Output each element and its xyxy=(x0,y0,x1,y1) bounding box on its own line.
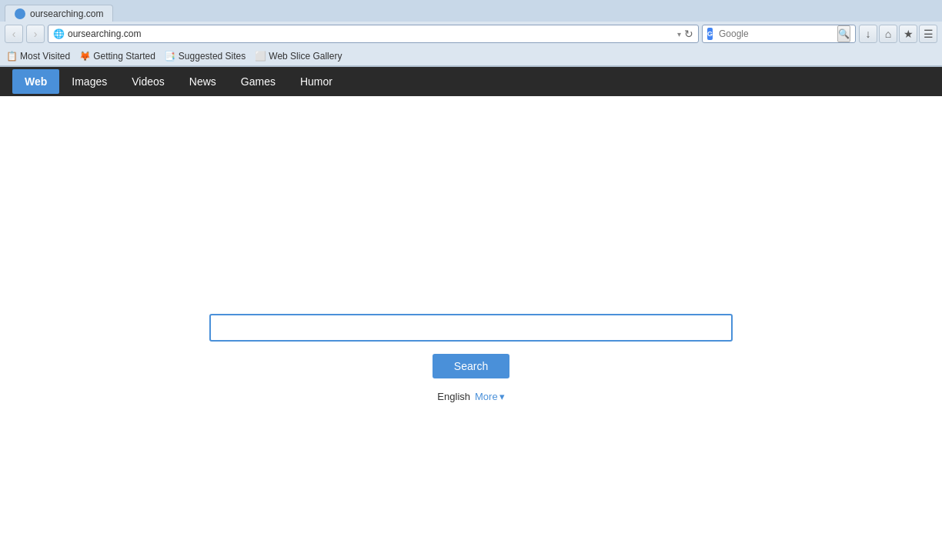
nav-bar: ‹ › 🌐 ▾ ↻ G 🔍 ↓ ⌂ ★ xyxy=(0,22,942,46)
suggested-sites-icon: 📑 xyxy=(165,51,175,62)
nav-videos-label: Videos xyxy=(132,75,165,88)
more-label: More xyxy=(475,391,498,402)
suggested-sites-label: Suggested Sites xyxy=(179,51,246,62)
search-button[interactable]: Search xyxy=(433,354,509,378)
bookmarks-bar: 📋 Most Visited 🦊 Getting Started 📑 Sugge… xyxy=(0,46,942,66)
more-arrow-icon: ▾ xyxy=(499,391,505,402)
tools-icon: ☰ xyxy=(924,28,934,40)
back-button[interactable]: ‹ xyxy=(5,25,23,43)
download-button[interactable]: ↓ xyxy=(859,25,877,43)
nav-item-news[interactable]: News xyxy=(177,69,229,94)
nav-games-label: Games xyxy=(241,75,276,88)
forward-button[interactable]: › xyxy=(26,25,45,43)
home-icon: ⌂ xyxy=(885,28,891,40)
bookmark-getting-started[interactable]: 🦊 Getting Started xyxy=(79,51,155,62)
nav-item-humor[interactable]: Humor xyxy=(288,69,345,94)
browser-search-input[interactable] xyxy=(719,28,834,39)
address-favicon: 🌐 xyxy=(53,28,65,39)
search-engine-icon: G xyxy=(707,28,713,40)
web-slice-label: Web Slice Gallery xyxy=(269,51,342,62)
nav-images-label: Images xyxy=(72,75,107,88)
nav-item-web[interactable]: Web xyxy=(12,69,59,94)
favorites-button[interactable]: ★ xyxy=(899,25,917,43)
bookmark-web-slice[interactable]: ⬜ Web Slice Gallery xyxy=(255,51,342,62)
tab-bar: oursearching.com xyxy=(0,0,942,22)
getting-started-label: Getting Started xyxy=(93,51,155,62)
back-icon: ‹ xyxy=(12,28,16,40)
site-nav: Web Images Videos News Games Humor xyxy=(0,67,942,96)
forward-icon: › xyxy=(34,28,38,40)
url-input[interactable] xyxy=(68,28,674,39)
nav-item-images[interactable]: Images xyxy=(59,69,119,94)
nav-item-videos[interactable]: Videos xyxy=(119,69,177,94)
tab-favicon xyxy=(15,8,25,19)
browser-chrome: oursearching.com ‹ › 🌐 ▾ ↻ G 🔍 ↓ ⌂ xyxy=(0,0,942,67)
bookmark-most-visited[interactable]: 📋 Most Visited xyxy=(6,51,70,62)
browser-search-bar[interactable]: G 🔍 xyxy=(702,25,856,43)
nav-web-label: Web xyxy=(25,75,47,88)
main-search-input[interactable] xyxy=(209,314,733,342)
more-link[interactable]: More▾ xyxy=(475,391,505,402)
dropdown-arrow-icon: ▾ xyxy=(677,30,681,38)
star-icon: ★ xyxy=(904,28,914,40)
most-visited-icon: 📋 xyxy=(6,51,17,62)
nav-news-label: News xyxy=(189,75,216,88)
getting-started-icon: 🦊 xyxy=(79,51,90,62)
bookmark-suggested-sites[interactable]: 📑 Suggested Sites xyxy=(165,51,246,62)
nav-item-games[interactable]: Games xyxy=(229,69,288,94)
tab-title: oursearching.com xyxy=(30,8,103,19)
active-tab[interactable]: oursearching.com xyxy=(5,5,113,22)
utility-buttons: ↓ ⌂ ★ ☰ xyxy=(859,25,937,43)
address-bar[interactable]: 🌐 ▾ ↻ xyxy=(48,25,699,43)
most-visited-label: Most Visited xyxy=(20,51,70,62)
nav-humor-label: Humor xyxy=(300,75,332,88)
main-content: Search English More▾ xyxy=(0,96,942,527)
web-slice-icon: ⬜ xyxy=(255,51,266,62)
search-box-area: Search English More▾ xyxy=(209,314,733,402)
tools-button[interactable]: ☰ xyxy=(919,25,937,43)
language-label: English xyxy=(437,391,470,402)
search-go-button[interactable]: 🔍 xyxy=(837,25,850,42)
refresh-icon[interactable]: ↻ xyxy=(684,28,693,40)
language-row: English More▾ xyxy=(437,391,504,402)
home-button[interactable]: ⌂ xyxy=(879,25,897,43)
